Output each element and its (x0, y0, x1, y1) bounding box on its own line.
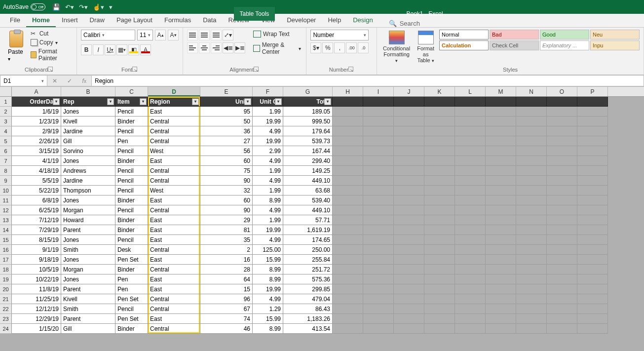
cell[interactable] (333, 126, 363, 136)
bold-button[interactable]: B (81, 44, 92, 55)
cell[interactable]: 999.50 (283, 117, 333, 126)
cell[interactable]: 32 (200, 186, 253, 195)
cell[interactable] (455, 235, 486, 245)
cell[interactable] (516, 225, 547, 235)
cell[interactable]: 57.71 (283, 215, 333, 225)
cell[interactable]: Pen Set (115, 314, 148, 324)
cell[interactable]: 189.05 (283, 107, 333, 117)
row-header[interactable]: 3 (0, 117, 12, 126)
cell[interactable]: 174.65 (283, 235, 333, 245)
table-header-cell[interactable]: Rep▾ (61, 97, 115, 107)
cell[interactable] (363, 107, 394, 117)
cell[interactable] (394, 294, 424, 304)
style-normal[interactable]: Normal (439, 30, 489, 39)
cell[interactable] (547, 136, 577, 146)
cell[interactable] (333, 97, 363, 107)
cell[interactable]: East (148, 225, 200, 235)
row-header[interactable]: 14 (0, 225, 12, 235)
row-header[interactable]: 1 (0, 97, 12, 107)
cell[interactable] (516, 274, 547, 284)
cell[interactable] (455, 324, 486, 334)
cell[interactable] (424, 304, 455, 314)
style-explanatory[interactable]: Explanatory ... (540, 40, 589, 50)
cell[interactable]: 8.99 (253, 324, 283, 334)
cell[interactable] (547, 245, 577, 255)
cell[interactable]: Morgan (61, 205, 115, 215)
cell[interactable]: Smith (61, 245, 115, 255)
cell[interactable]: 2/9/19 (12, 126, 61, 136)
cell[interactable] (516, 245, 547, 255)
cell[interactable] (363, 245, 394, 255)
cell[interactable]: Pencil (115, 235, 148, 245)
touch-mode-icon[interactable]: ☝▾ (93, 3, 104, 11)
cell[interactable] (363, 117, 394, 126)
cell[interactable]: Jones (61, 107, 115, 117)
cell[interactable]: Andrews (61, 166, 115, 176)
toggle-off-icon[interactable]: Off (31, 3, 45, 10)
cell[interactable]: 29 (200, 215, 253, 225)
cell[interactable] (577, 225, 608, 235)
row-header[interactable]: 12 (0, 205, 12, 215)
merge-center-button[interactable]: Merge & Center ▾ (252, 40, 302, 56)
cell[interactable]: 1.99 (253, 166, 283, 176)
cell[interactable]: 1,183.26 (283, 314, 333, 324)
cell[interactable] (394, 176, 424, 186)
cell[interactable] (516, 265, 547, 274)
cell[interactable]: 299.85 (283, 284, 333, 294)
cell[interactable] (486, 304, 516, 314)
cell[interactable] (486, 215, 516, 225)
filter-dropdown-icon[interactable]: ▾ (140, 98, 147, 105)
table-header-cell[interactable]: Region▾ (148, 97, 200, 107)
cell[interactable] (333, 245, 363, 255)
cell[interactable]: 19.99 (253, 117, 283, 126)
cell[interactable] (394, 255, 424, 265)
cell[interactable]: 125.00 (253, 245, 283, 255)
cell[interactable]: Morgan (61, 265, 115, 274)
cell[interactable] (577, 245, 608, 255)
cell[interactable] (455, 186, 486, 195)
cell[interactable]: 16 (200, 255, 253, 265)
decrease-decimal-button[interactable]: .0 (358, 42, 369, 53)
cell[interactable] (547, 215, 577, 225)
cell[interactable] (547, 314, 577, 324)
style-neutral[interactable]: Neu (590, 30, 640, 39)
cell[interactable]: 12/29/19 (12, 314, 61, 324)
cell[interactable] (333, 215, 363, 225)
cell[interactable]: East (148, 156, 200, 166)
cell[interactable] (486, 117, 516, 126)
cell[interactable]: Desk (115, 245, 148, 255)
align-top-button[interactable] (187, 30, 198, 40)
cell[interactable] (333, 195, 363, 205)
cell[interactable] (394, 304, 424, 314)
cell[interactable] (516, 176, 547, 186)
cell[interactable]: Gill (61, 324, 115, 334)
cell[interactable]: East (148, 107, 200, 117)
row-header[interactable]: 13 (0, 215, 12, 225)
cell[interactable] (547, 146, 577, 156)
cell[interactable]: 449.10 (283, 205, 333, 215)
cell[interactable] (455, 117, 486, 126)
cell[interactable] (577, 215, 608, 225)
table-header-cell[interactable]: Units▾ (200, 97, 253, 107)
align-bottom-button[interactable] (211, 30, 222, 40)
cell[interactable] (577, 186, 608, 195)
cell[interactable]: 90 (200, 205, 253, 215)
clipboard-dialog-launcher[interactable] (48, 67, 53, 73)
cell[interactable] (577, 255, 608, 265)
cell[interactable]: 299.40 (283, 156, 333, 166)
cell[interactable]: West (148, 146, 200, 156)
cell[interactable] (363, 205, 394, 215)
cell[interactable]: 81 (200, 225, 253, 235)
cell[interactable] (394, 235, 424, 245)
cell[interactable]: 539.40 (283, 195, 333, 205)
number-format-combo[interactable]: Number▾ (310, 30, 369, 40)
cell[interactable]: 86.43 (283, 304, 333, 314)
cell[interactable]: 1,619.19 (283, 225, 333, 235)
filter-dropdown-icon[interactable]: ▾ (107, 98, 114, 105)
cell[interactable] (516, 314, 547, 324)
italic-button[interactable]: I (93, 44, 104, 55)
cell[interactable] (363, 156, 394, 166)
cell[interactable]: 63.68 (283, 186, 333, 195)
cell[interactable]: 95 (200, 107, 253, 117)
cell[interactable]: 4.99 (253, 176, 283, 186)
